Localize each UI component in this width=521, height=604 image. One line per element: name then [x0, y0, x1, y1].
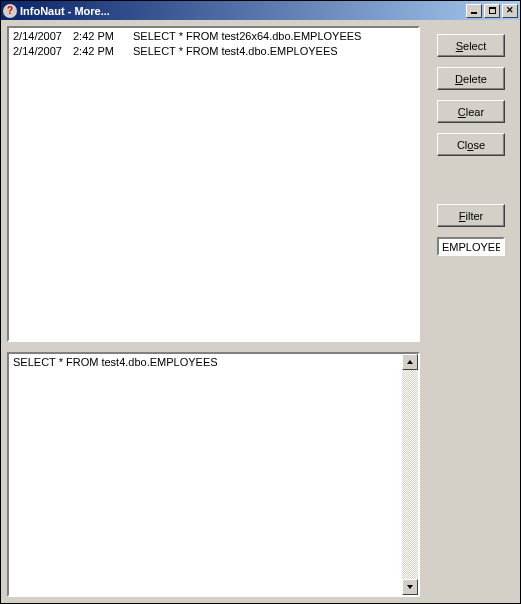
titlebar: ? InfoNaut - More... ✕ [1, 1, 520, 20]
scrollbar[interactable] [402, 354, 418, 595]
app-icon: ? [3, 4, 17, 18]
window-title: InfoNaut - More... [20, 5, 464, 17]
window: ? InfoNaut - More... ✕ 2/14/2007 2:42 PM… [0, 0, 521, 604]
history-list[interactable]: 2/14/2007 2:42 PM SELECT * FROM test26x6… [7, 26, 420, 342]
arrow-up-icon [407, 360, 413, 364]
cell-query: SELECT * FROM test4.dbo.EMPLOYEES [133, 44, 414, 58]
scroll-up-button[interactable] [402, 354, 418, 370]
cell-time: 2:42 PM [73, 29, 133, 43]
clear-button[interactable]: Clear [437, 100, 505, 123]
list-item[interactable]: 2/14/2007 2:42 PM SELECT * FROM test4.db… [9, 43, 418, 58]
filter-button[interactable]: Filter [437, 204, 505, 227]
maximize-button[interactable] [484, 4, 500, 18]
client-area: 2/14/2007 2:42 PM SELECT * FROM test26x6… [1, 20, 520, 603]
detail-text[interactable]: SELECT * FROM test4.dbo.EMPLOYEES [9, 354, 402, 595]
detail-panel: SELECT * FROM test4.dbo.EMPLOYEES [7, 352, 420, 597]
cell-date: 2/14/2007 [13, 44, 73, 58]
cell-date: 2/14/2007 [13, 29, 73, 43]
cell-query: SELECT * FROM test26x64.dbo.EMPLOYEES [133, 29, 414, 43]
arrow-down-icon [407, 585, 413, 589]
close-button[interactable]: Close [437, 133, 505, 156]
window-controls: ✕ [464, 4, 518, 18]
delete-button[interactable]: Delete [437, 67, 505, 90]
list-item[interactable]: 2/14/2007 2:42 PM SELECT * FROM test26x6… [9, 28, 418, 43]
button-column: Select Delete Clear Close Filter [428, 26, 514, 597]
close-window-button[interactable]: ✕ [502, 4, 518, 18]
cell-time: 2:42 PM [73, 44, 133, 58]
filter-input[interactable] [437, 237, 505, 256]
left-column: 2/14/2007 2:42 PM SELECT * FROM test26x6… [7, 26, 420, 597]
minimize-button[interactable] [466, 4, 482, 18]
scroll-down-button[interactable] [402, 579, 418, 595]
select-button[interactable]: Select [437, 34, 505, 57]
